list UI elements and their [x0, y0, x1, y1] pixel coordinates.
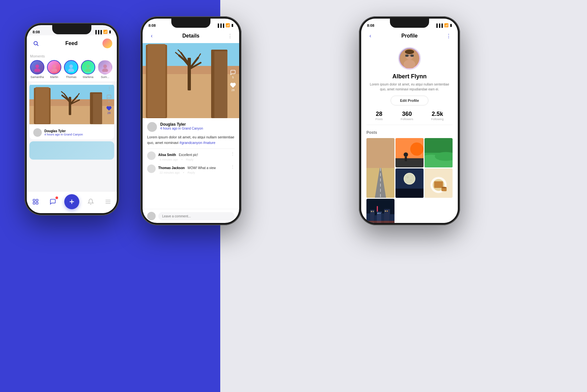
- like-action[interactable]: 28: [106, 106, 112, 115]
- details-comment-action[interactable]: 5: [230, 70, 236, 79]
- nav-bell[interactable]: [85, 196, 97, 208]
- nav-menu[interactable]: [102, 196, 114, 208]
- svg-point-79: [410, 180, 412, 181]
- card-image-1: 5 28 ⋮: [29, 83, 114, 126]
- svg-point-4: [52, 65, 56, 68]
- comment-author-1: Alisa Smith: [158, 153, 176, 157]
- svg-rect-28: [36, 199, 38, 201]
- stat-followers-label: Followers: [401, 118, 413, 121]
- moment-thomas[interactable]: Thomas: [64, 60, 78, 79]
- stats-row: 28 Posts 360 Followers 2.5k Following: [366, 111, 453, 125]
- phone-feed-screen: 8:08 ▐▐▐ 📶 ▮ Feed Moments: [27, 25, 117, 213]
- comment-1: Alisa Smith Excellent pic! 4 minutes ago…: [147, 151, 235, 161]
- moment-sum[interactable]: Sum...: [98, 60, 112, 79]
- svg-rect-40: [147, 44, 165, 118]
- svg-rect-98: [378, 213, 378, 214]
- comment-input-field[interactable]: [158, 212, 235, 220]
- moment-name-martin: Martin: [50, 75, 58, 79]
- battery-icon: ▮: [109, 30, 111, 34]
- phone-details: 8:08 ▐▐▐ 📶 ▮ ‹ Details ⋮: [140, 16, 241, 225]
- status-icons-1: ▐▐▐ 📶 ▮: [94, 30, 111, 34]
- profile-avatar-wrap: [366, 47, 453, 70]
- nav-add[interactable]: [64, 194, 79, 209]
- details-like-action[interactable]: 28: [230, 82, 236, 92]
- feed-title: Feed: [61, 38, 82, 49]
- svg-rect-75: [395, 189, 424, 198]
- svg-rect-102: [366, 221, 394, 223]
- message-badge: [55, 196, 58, 199]
- details-post-location[interactable]: Grand Canyon: [182, 127, 203, 130]
- post-header-row: Douglas Tyler 4 hours ago in Grand Canyo…: [147, 122, 235, 132]
- nav-messages[interactable]: [47, 196, 59, 208]
- post-location-1[interactable]: Grand Canyon: [64, 133, 83, 136]
- comment-author-2: Thomas Jackson: [158, 166, 185, 170]
- svg-point-77: [404, 174, 415, 184]
- svg-line-1: [37, 44, 38, 46]
- wifi-icon-2: 📶: [225, 23, 230, 27]
- search-button[interactable]: [31, 39, 40, 48]
- moment-name-sum: Sum...: [101, 75, 109, 79]
- nav-home[interactable]: [30, 196, 41, 208]
- comment-body-1: Alisa Smith Excellent pic! 4 minutes ago…: [158, 151, 228, 161]
- post-thumb-city-night[interactable]: [366, 199, 394, 223]
- moment-avatar-samantha: [30, 60, 44, 74]
- feed-card-1: 5 28 ⋮ Douglas Tyler: [29, 83, 114, 139]
- moments-label: Moments: [30, 54, 114, 58]
- user-avatar[interactable]: [102, 39, 112, 48]
- stat-posts: 28 Posts: [375, 111, 383, 121]
- moment-marlena[interactable]: Marlena: [81, 60, 95, 79]
- back-button[interactable]: ‹: [147, 31, 156, 40]
- comment-meta-1: 4 minutes ago • Reply: [158, 158, 228, 161]
- stat-posts-value: 28: [376, 111, 382, 118]
- status-icons-3: ▐▐▐ 📶 ▮: [435, 23, 452, 27]
- comment-reply-1[interactable]: Reply: [186, 158, 193, 161]
- profile-back-button[interactable]: ‹: [366, 31, 375, 40]
- svg-point-85: [441, 187, 447, 188]
- comment-input-avatar: [147, 212, 156, 220]
- comment-reply-2[interactable]: Reply: [188, 171, 195, 174]
- feed-header: Feed: [27, 35, 117, 52]
- post-text: Lorem ipsum dolor sit amet, eu atqui nul…: [147, 134, 235, 145]
- profile-more-button[interactable]: ⋮: [444, 31, 453, 40]
- card-actions: 5 28: [106, 94, 112, 115]
- post-avatar-douglas: [33, 128, 42, 137]
- moment-avatar-marlena: [81, 60, 95, 74]
- svg-point-5: [51, 69, 57, 72]
- edit-profile-button[interactable]: Edit Profile: [391, 96, 428, 105]
- svg-rect-65: [395, 158, 424, 167]
- comment-action[interactable]: 5: [106, 94, 112, 103]
- moment-name-thomas: Thomas: [66, 75, 77, 79]
- card-dots-1[interactable]: ⋮: [107, 86, 112, 91]
- notch-2: [171, 19, 210, 28]
- comment-dots-1[interactable]: ⋮: [231, 151, 235, 156]
- post-thumb-moon-sky[interactable]: [395, 168, 424, 198]
- post-tags[interactable]: #grandcanyon #nature: [179, 141, 215, 145]
- profile-avatar: [398, 47, 421, 70]
- details-post-info: Douglas Tyler 4 hours ago in Grand Canyo…: [160, 122, 203, 130]
- post-thumb-person-sunset[interactable]: [395, 138, 424, 167]
- phone-feed: 8:08 ▐▐▐ 📶 ▮ Feed Moments: [24, 23, 119, 215]
- card-footer-1: Douglas Tyler 4 hours ago in Grand Canyo…: [29, 126, 114, 139]
- moment-name-marlena: Marlena: [83, 75, 94, 79]
- bottom-nav: [27, 191, 117, 213]
- post-thumb-green-field[interactable]: [425, 138, 453, 167]
- comment-dots-2[interactable]: ⋮: [231, 165, 235, 169]
- comment-text-1: Excellent pic!: [179, 153, 198, 157]
- profile-screen: 8:08 ▐▐▐ 📶 ▮ ‹ Profile ⋮: [361, 19, 458, 223]
- svg-rect-99: [379, 213, 380, 214]
- svg-rect-30: [36, 202, 38, 204]
- post-thumb-desert-road[interactable]: [366, 138, 394, 198]
- moment-avatar-martin: [47, 60, 61, 74]
- details-comment-count: 5: [232, 76, 234, 79]
- battery-icon-2: ▮: [231, 23, 233, 27]
- moment-martin[interactable]: Martin: [47, 60, 61, 79]
- phone-details-screen: 8:08 ▐▐▐ 📶 ▮ ‹ Details ⋮: [143, 19, 239, 223]
- svg-rect-97: [373, 211, 374, 212]
- moment-samantha[interactable]: Samantha: [30, 60, 44, 79]
- svg-rect-95: [377, 206, 378, 212]
- stat-following-label: Following: [431, 118, 443, 121]
- moment-name-samantha: Samantha: [30, 75, 44, 79]
- more-button[interactable]: ⋮: [225, 31, 235, 40]
- status-time-2: 8:08: [148, 24, 156, 27]
- post-thumb-food-plate[interactable]: [425, 168, 453, 198]
